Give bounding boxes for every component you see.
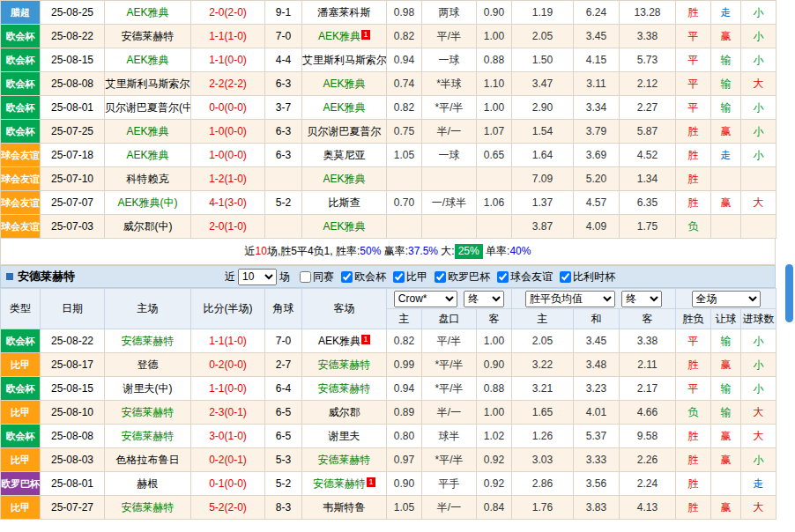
corner-cell: 6-3 [265, 72, 302, 96]
scrollbar-thumb[interactable] [785, 264, 793, 322]
team-name[interactable]: 安德莱赫特 [122, 30, 175, 42]
team-name[interactable]: 潘塞莱科斯 [318, 6, 371, 18]
match-row: 比甲25-08-03色格拉布鲁日0-2(0-1)5-3安德莱赫特0.97*平/半… [1, 448, 776, 472]
team-name[interactable]: 科特赖克 [127, 173, 169, 185]
result-cell: 大 [741, 425, 776, 448]
team-name[interactable]: AEK雅典 [323, 173, 365, 185]
team-name[interactable]: 安德莱赫特 [313, 477, 366, 490]
handicap-cell [422, 215, 477, 239]
team-cell: 安德莱赫特 [105, 25, 191, 48]
team-name[interactable]: 谢里夫 [329, 430, 360, 442]
team-name[interactable]: AEK雅典 [126, 6, 168, 18]
corner-cell: 8-3 [265, 496, 302, 520]
team-name[interactable]: 登德 [137, 358, 159, 371]
europe-odds-cell: 3.87 [512, 215, 574, 239]
team-name[interactable]: 色格拉布鲁日 [116, 454, 180, 466]
team-name[interactable]: 贝尔谢巴夏普尔(中) [105, 101, 191, 114]
result-cell [711, 167, 741, 191]
team-name[interactable]: AEK雅典 [323, 101, 365, 114]
europe-odds-cell: 3.34 [574, 96, 620, 120]
team-name[interactable]: 安德莱赫特 [122, 501, 175, 514]
team-name[interactable]: 安德莱赫特 [122, 406, 175, 418]
europe-odds-cell: 2.27 [620, 96, 676, 120]
europe-odds-cell: 3.45 [574, 329, 620, 353]
team-name[interactable]: AEK雅典 [126, 149, 168, 161]
team-name[interactable]: 安德莱赫特 [122, 335, 175, 347]
team-name[interactable]: 威尔郡 [329, 406, 360, 418]
scope-select[interactable]: 全场 [692, 291, 761, 307]
handicap-cell: 半/一 [422, 401, 477, 425]
result-cell: 赢 [711, 25, 741, 48]
handicap-cell: 半/一 [422, 496, 477, 520]
team-name[interactable]: 韦斯特鲁 [323, 501, 366, 514]
team-name[interactable]: 安德莱赫特 [318, 454, 371, 466]
team-name[interactable]: 谢里夫(中) [123, 382, 173, 395]
team-name[interactable]: 安德莱赫特 [122, 430, 175, 442]
team-name[interactable]: 赫根 [137, 477, 159, 490]
filter-label: 同赛 [313, 270, 334, 284]
match-row: 球会友谊25-07-10科特赖克1-2(1-0)AEK雅典7.095.201.3… [1, 167, 776, 191]
team-name[interactable]: AEK雅典 [323, 78, 365, 90]
league-badge: 比甲 [1, 448, 41, 472]
asian-odds-cell: 0.90 [477, 353, 512, 377]
handicap-cell: 半/一 [422, 120, 477, 144]
match-row: 欧会杯25-08-08安德莱赫特3-0(1-0)6-5谢里夫0.80球半1.02… [1, 425, 776, 448]
filter-checkbox[interactable] [300, 271, 311, 283]
team-name[interactable]: 安德莱赫特 [318, 382, 371, 395]
score-cell: 1-1(0-0) [191, 377, 265, 401]
team-name[interactable]: AEK雅典 [318, 30, 360, 42]
result-cell: 大 [741, 191, 776, 215]
team-name[interactable]: AEK雅典 [318, 335, 360, 347]
filter-checkbox[interactable] [497, 271, 509, 283]
corner-cell: 9-1 [265, 1, 302, 25]
match-date: 25-07-25 [41, 120, 105, 144]
team-name[interactable]: AEK雅典(中) [117, 196, 177, 209]
team-cell: 安德莱赫特 [302, 448, 387, 472]
match-row: 欧会杯25-08-08艾里斯利马斯索尔2-2(2-2)6-3AEK雅典0.74*… [1, 72, 776, 96]
asian-odds-cell: 1.10 [477, 72, 512, 96]
summary-segment: 37.5% [408, 245, 438, 257]
asian-odds-cell: 0.98 [387, 1, 422, 25]
europe-odds-time-select[interactable]: 终 [621, 291, 662, 307]
result-cell: 胜 [676, 120, 711, 144]
asian-odds-cell: 1.00 [477, 401, 512, 425]
asian-odds-cell: 0.89 [387, 401, 422, 425]
team-cell: 色格拉布鲁日 [105, 448, 191, 472]
team-cell: AEK雅典 [302, 167, 387, 191]
team-name[interactable]: 艾里斯利马斯索尔 [106, 78, 190, 90]
match-date: 25-08-08 [41, 425, 105, 448]
recent-count-select[interactable]: 10 [238, 269, 277, 285]
team-name[interactable]: AEK雅典 [126, 125, 168, 137]
asian-odds-cell: 0.82 [387, 96, 422, 120]
europe-odds-cell: 4.66 [620, 401, 676, 425]
team-name[interactable]: AEK雅典 [323, 220, 365, 233]
anderlecht-history-table: 类型 日期 主场 比分(半场) 角球 客场 Crow* 终 胜平负均值 终 全场 [0, 288, 776, 520]
sub-header-result: 胜负 [676, 309, 711, 329]
team-name[interactable]: 比斯查 [329, 196, 360, 209]
asian-odds-time-select[interactable]: 终 [464, 291, 504, 307]
team-name[interactable]: AEK雅典 [126, 54, 168, 66]
europe-odds-select[interactable]: 胜平负均值 [525, 291, 615, 307]
summary-segment: 40% [509, 245, 531, 257]
team-name[interactable]: 安德莱赫特 [318, 358, 371, 371]
odds-source-select[interactable]: Crow* [394, 291, 457, 307]
filter-checkbox[interactable] [560, 271, 571, 283]
handicap-cell: 一球 [422, 48, 477, 72]
summary-segment: 10 [256, 245, 267, 257]
team-cell: AEK雅典 [302, 72, 387, 96]
team-name[interactable]: 贝尔谢巴夏普尔 [308, 125, 382, 137]
filter-checkbox[interactable] [435, 271, 446, 283]
result-cell: 小 [741, 448, 776, 472]
match-row: 欧会杯25-07-25AEK雅典1-0(0-0)6-3贝尔谢巴夏普尔0.75半/… [1, 120, 776, 144]
result-cell: 小 [741, 120, 776, 144]
filter-option: 比甲 [393, 270, 427, 284]
team-name[interactable]: 奥莫尼亚 [323, 149, 366, 161]
filter-checkbox[interactable] [341, 271, 353, 283]
team-name[interactable]: 艾里斯利马斯索尔 [302, 54, 387, 66]
result-cell: 赢 [711, 353, 741, 377]
team-cell: 科特赖克 [105, 167, 191, 191]
europe-odds-cell: 6.35 [620, 191, 676, 215]
filter-checkbox[interactable] [393, 271, 405, 283]
europe-odds-cell: 2.17 [620, 377, 676, 401]
team-name[interactable]: 威尔郡(中) [123, 220, 173, 233]
